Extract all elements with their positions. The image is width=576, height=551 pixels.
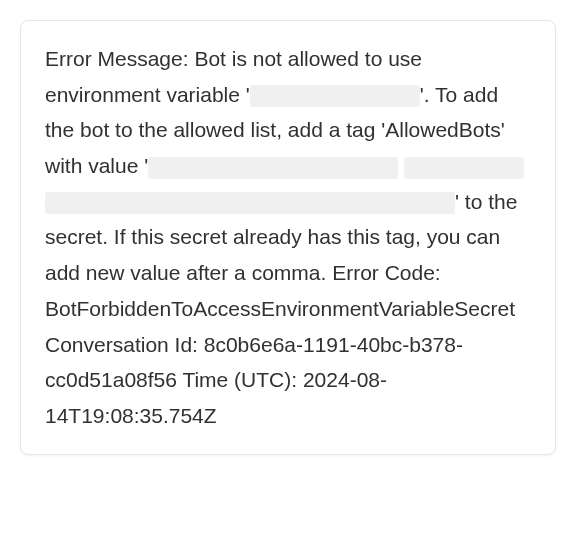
error-message-text: Error Message: Bot is not allowed to use… [45, 41, 531, 434]
redacted-allowed-bots-value-2 [404, 157, 524, 179]
redacted-allowed-bots-value-3 [45, 192, 455, 214]
error-message-card: Error Message: Bot is not allowed to use… [20, 20, 556, 455]
redacted-allowed-bots-value-1 [148, 157, 398, 179]
error-after-value: ' to the secret. If this secret already … [45, 190, 517, 427]
redacted-env-variable [250, 85, 420, 107]
